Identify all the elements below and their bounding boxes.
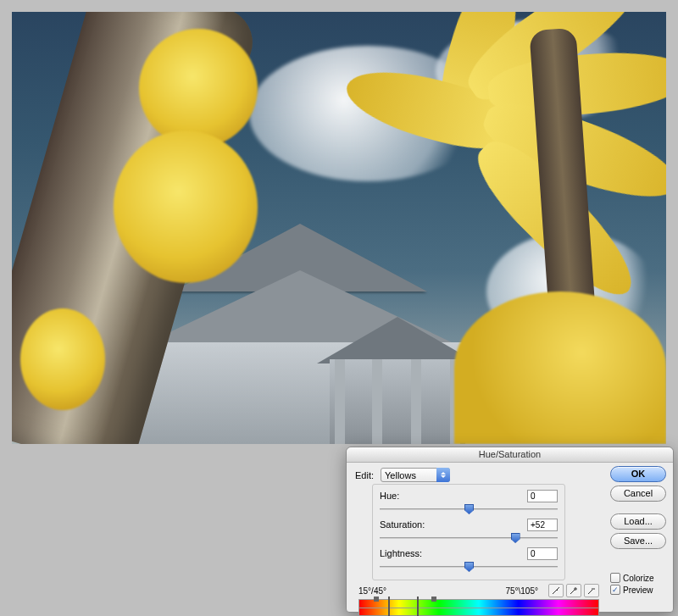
lightness-value[interactable]: 0 (527, 547, 558, 560)
foliage (139, 29, 258, 147)
lightness-slider[interactable] (380, 561, 558, 573)
hue-value[interactable]: 0 (527, 490, 558, 502)
load-button[interactable]: Load... (610, 513, 666, 530)
colorize-checkbox[interactable]: Colorize (610, 573, 666, 583)
slider-group: Hue: 0 Saturation: +52 Lightness: (372, 484, 565, 580)
save-button[interactable]: Save... (610, 533, 666, 549)
saturation-value[interactable]: +52 (527, 519, 558, 531)
eyedropper-minus-icon[interactable] (584, 584, 599, 597)
cancel-button[interactable]: Cancel (610, 486, 666, 502)
preview-checkbox[interactable]: ✓ Preview (610, 585, 666, 595)
ok-button[interactable]: OK (610, 466, 666, 482)
range-left-readout: 15°/45° (358, 586, 386, 596)
select-arrows-icon[interactable] (436, 468, 450, 482)
saturation-slider[interactable] (380, 532, 558, 544)
hue-label: Hue: (380, 491, 446, 501)
colorize-label: Colorize (623, 574, 654, 583)
image-canvas[interactable] (12, 12, 666, 444)
foliage (454, 291, 666, 444)
hue-saturation-dialog: Hue/Saturation Edit: Hue: 0 (346, 447, 674, 613)
eyedropper-icon[interactable] (548, 584, 564, 597)
lightness-label: Lightness: (380, 548, 446, 558)
eyedropper-plus-icon[interactable] (566, 584, 581, 597)
hue-slider[interactable] (380, 503, 558, 515)
foliage (114, 130, 258, 283)
saturation-label: Saturation: (380, 519, 446, 530)
foliage (20, 308, 105, 410)
dialog-title[interactable]: Hue/Saturation (347, 447, 673, 463)
preview-label: Preview (623, 585, 653, 595)
color-spectrum[interactable] (358, 599, 599, 616)
edit-label: Edit: (355, 470, 381, 480)
range-right-readout: 75°\105° (505, 586, 538, 596)
